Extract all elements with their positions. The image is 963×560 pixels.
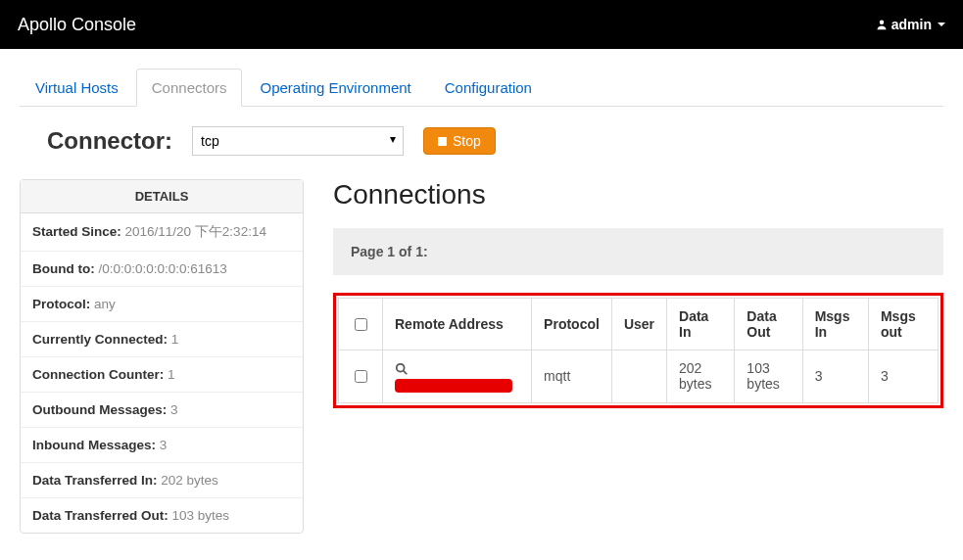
connections-table-highlight: Remote Address Protocol User Data In Dat… [333,293,943,408]
table-row: mqtt 202 bytes 103 bytes 3 3 [339,350,939,403]
stop-button-label: Stop [453,133,481,149]
details-panel: DETAILS Started Since: 2016/11/20 下午2:32… [20,179,304,534]
col-user: User [611,299,666,350]
detail-inbound-messages: Inbound Messages: 3 [21,428,303,463]
cell-remote-address[interactable] [383,350,532,403]
tab-operating-environment[interactable]: Operating Environment [244,69,426,107]
col-msgs-out: Msgs out [868,299,938,350]
table-header-row: Remote Address Protocol User Data In Dat… [339,299,939,350]
detail-connection-counter: Connection Counter: 1 [21,357,303,393]
col-data-in: Data In [667,299,735,350]
connections-table: Remote Address Protocol User Data In Dat… [338,298,939,403]
detail-bound-to: Bound to: /0:0:0:0:0:0:0:0:61613 [21,252,303,287]
svg-point-0 [880,21,885,25]
detail-data-out: Data Transferred Out: 103 bytes [21,498,303,533]
stop-button[interactable]: Stop [423,127,496,155]
connector-select[interactable]: tcp [192,126,404,156]
navbar: Apollo Console admin [0,0,963,49]
svg-point-1 [397,364,405,372]
connector-bar: Connector: tcp Stop [47,126,943,156]
main-tabs: Virtual Hosts Connectors Operating Envir… [20,69,943,107]
caret-down-icon [938,23,945,26]
cell-data-out: 103 bytes [735,350,802,403]
col-remote-address: Remote Address [383,299,532,350]
user-menu[interactable]: admin [876,17,945,32]
stop-icon [438,137,447,146]
col-protocol: Protocol [532,299,612,350]
detail-protocol: Protocol: any [21,287,303,322]
detail-data-in: Data Transferred In: 202 bytes [21,463,303,498]
tab-configuration[interactable]: Configuration [429,69,548,107]
zoom-icon [395,362,409,376]
cell-protocol: mqtt [532,350,612,403]
col-data-out: Data Out [735,299,802,350]
page-indicator: Page 1 of 1: [333,228,943,275]
tab-connectors[interactable]: Connectors [136,69,243,107]
redacted-address [395,379,512,393]
tab-virtual-hosts[interactable]: Virtual Hosts [20,69,134,107]
connections-title: Connections [333,179,943,210]
cell-msgs-out: 3 [868,350,938,403]
svg-line-2 [404,371,408,375]
connector-label: Connector: [47,127,172,155]
user-icon [876,19,888,30]
detail-outbound-messages: Outbound Messages: 3 [21,393,303,428]
cell-user [611,350,666,403]
user-name: admin [891,17,932,32]
cell-data-in: 202 bytes [667,350,735,403]
detail-started-since: Started Since: 2016/11/20 下午2:32:14 [21,213,303,252]
select-all-checkbox[interactable] [355,318,367,331]
app-title: Apollo Console [18,15,136,35]
details-header: DETAILS [21,180,303,213]
detail-currently-connected: Currently Connected: 1 [21,322,303,357]
cell-msgs-in: 3 [802,350,868,403]
row-checkbox[interactable] [355,370,367,383]
col-msgs-in: Msgs In [802,299,868,350]
